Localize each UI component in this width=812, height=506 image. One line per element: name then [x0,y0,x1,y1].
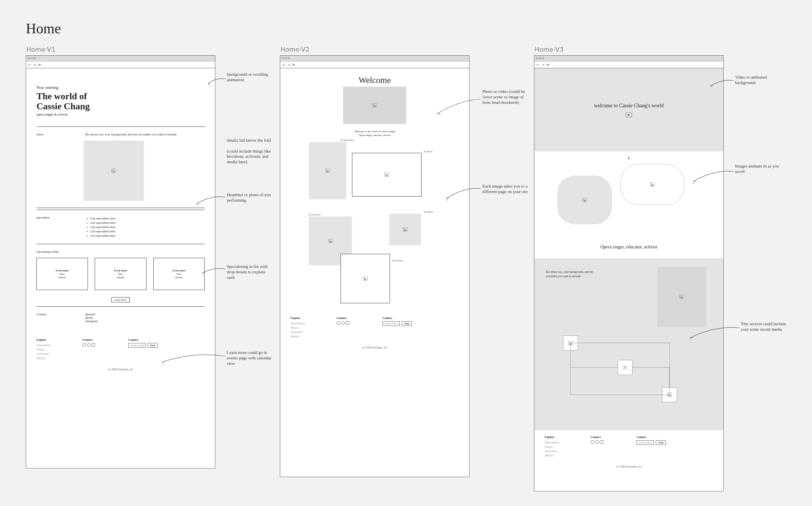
footer-link[interactable]: About [37,356,65,360]
footer: Explore Education Music Activism About C… [280,311,469,344]
about-label: about [37,133,71,136]
email-field[interactable]: enter email [128,343,146,348]
footer-link[interactable]: Music [37,347,65,352]
hero-pre: Now entering [37,85,205,90]
annotation: Photo or video (could be forest scene or… [482,89,528,105]
footer-link[interactable]: Music [545,445,573,449]
footer-explore-title: Explore [37,338,65,341]
image-icon [328,239,333,243]
event-card[interactable]: Event name Date Details [95,258,146,290]
footer-link[interactable]: Education [290,321,319,326]
wireframe-v2: ←→⟳ Welcome Welcome to the world of Cass… [280,55,469,477]
image-blob-outlined [620,164,684,205]
footer-link[interactable]: About [545,453,573,457]
social-icon[interactable] [591,440,594,444]
annotation: Each image takes you to a different page… [482,184,528,194]
footer-connect-title: Connect [82,338,111,341]
image-icon [667,393,672,397]
arrow-down-icon: ↓ [534,156,723,160]
image-icon [385,173,389,177]
hero-text: welcome to Cassie Chang's world [594,103,664,109]
tile-label: 02 Music [424,151,433,153]
annotation: This section could include your some rec… [741,321,787,332]
browser-chrome [534,56,723,62]
wireframe-v1: ←→⟳ Now entering The world of Cassie Cha… [26,55,215,469]
specialties-label: specialties [37,216,71,238]
image-icon [403,228,407,232]
footer-contact-title: Contact [383,316,412,320]
tile-contact[interactable] [341,254,390,303]
footer-link[interactable]: Education [37,343,65,347]
social-icon[interactable] [595,440,599,444]
events-label: Upcoming events [37,250,71,253]
footer-link[interactable]: Activism [290,330,319,334]
footer-link[interactable]: Education [545,440,573,445]
social-icon[interactable] [82,343,86,346]
play-icon [623,366,627,369]
image-icon [325,169,330,173]
tile-label: 01 Education [341,139,354,142]
media-node-play[interactable] [618,360,632,375]
annotation: Headshot or photo of you performing [227,192,273,203]
email-field[interactable]: enter email [636,440,654,445]
browser-nav: ←→⟳ [280,62,469,68]
image-icon [650,182,655,186]
annotation: Specializing in list with drop downs to … [227,264,273,280]
event-card[interactable]: Event name Date Details [153,258,205,290]
email-field[interactable]: enter email [383,321,400,326]
annotation: background or scrolling animation [227,72,273,83]
wireframe-v3: ←→⟳ welcome to Cassie Chang's world ↓ Op… [534,55,724,491]
image-icon [679,295,684,299]
social-icons[interactable] [337,321,365,325]
media-node[interactable] [563,336,578,350]
send-button[interactable]: Send [656,440,666,445]
image-icon [363,276,367,280]
play-icon[interactable] [626,113,632,117]
image-icon [112,169,116,173]
image-blob [557,176,612,224]
footer-contact-title: Contact [128,338,158,341]
footer-connect-title: Connect [591,435,619,439]
annotation: Images animate in as you scroll [735,164,781,174]
tile-music[interactable] [352,153,421,196]
hero-image-placeholder [343,87,406,124]
send-button[interactable]: Send [402,321,412,326]
copyright: (c) 2024 Example, Inc [280,344,469,354]
contact-body: @email phone instagram [85,312,205,323]
footer-link[interactable]: Activism [545,449,573,453]
footer-explore-title: Explore [290,316,319,320]
social-icon[interactable] [341,321,345,325]
tile-label: 05 Contact [392,260,403,262]
copyright: (c) 2024 Example, Inc [534,463,723,473]
social-icon[interactable] [337,321,340,325]
social-icons[interactable] [82,343,111,346]
footer-explore-title: Explore [545,435,573,439]
specialties-list: List specialties here List specialties h… [85,217,205,237]
social-icons[interactable] [591,440,619,444]
image-icon [568,341,573,345]
social-icon[interactable] [346,321,349,325]
social-icon[interactable] [91,343,95,346]
media-node[interactable] [662,387,677,402]
footer-link[interactable]: Music [290,326,319,330]
send-button[interactable]: Send [148,343,158,348]
tile-about[interactable] [389,214,421,245]
footer: Explore Education Music Activism About C… [534,430,723,463]
browser-chrome [280,56,469,62]
about-body: Bio about you, your background, and any … [85,133,205,136]
social-icon[interactable] [87,343,90,346]
social-icon[interactable] [600,440,603,444]
event-card[interactable]: Event name Date Details [37,258,88,290]
welcome-title: Welcome [280,75,469,85]
footer-link[interactable]: About [290,334,319,338]
tile-education[interactable] [309,142,346,199]
footer-link[interactable]: Activism [37,352,65,356]
learn-more-button[interactable]: Learn More [112,297,130,302]
bio-text: Bio about you, your background, and any … [546,270,598,278]
image-icon [582,198,587,202]
footer-connect-title: Connect [337,316,365,320]
hero-video: welcome to Cassie Chang's world [534,68,723,152]
media-image [657,267,706,327]
copyright: (c) 2024 Example, Inc [26,365,215,376]
media-section: Bio about you, your background, and any … [534,258,723,430]
